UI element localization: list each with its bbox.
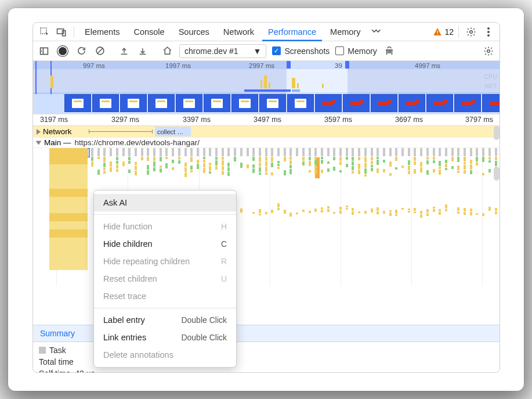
reload-icon[interactable]: [75, 45, 88, 57]
garbage-collect-icon[interactable]: [383, 45, 396, 57]
clear-icon[interactable]: [93, 45, 106, 57]
self-time-value: 42 μs: [75, 369, 95, 373]
tab-console[interactable]: Console: [128, 23, 170, 41]
task-name: Task: [49, 346, 66, 355]
ruler-tick: 3797 ms: [465, 116, 493, 124]
context-menu: Ask AI Hide functionH Hide childrenC Hid…: [93, 190, 237, 368]
network-track-header[interactable]: Network collect …: [33, 126, 500, 138]
issues-badge[interactable]: 12: [433, 27, 454, 37]
home-icon[interactable]: [161, 45, 173, 57]
menu-hide-repeating-children: Hide repeating childrenR: [94, 253, 236, 270]
inspect-element-icon[interactable]: [37, 24, 52, 39]
filmstrip-frame[interactable]: [120, 94, 147, 112]
screenshots-label: Screenshots: [284, 46, 330, 56]
perf-settings-gear-icon[interactable]: [482, 45, 495, 57]
filmstrip-frame[interactable]: [259, 94, 286, 112]
svg-rect-0: [41, 28, 46, 34]
ruler-tick: 3597 ms: [324, 116, 352, 124]
tab-performance[interactable]: Performance: [262, 23, 322, 41]
dropdown-caret-icon: ▼: [254, 46, 262, 56]
svg-point-5: [470, 30, 473, 33]
main-track-url: https://chrome.dev/devtools-hangar/: [75, 138, 200, 147]
total-time-label: Total time: [39, 357, 74, 366]
menu-reset-trace: Reset trace: [94, 287, 236, 305]
overview-handle-right[interactable]: [345, 61, 349, 69]
scrollbar-thumb[interactable]: [494, 167, 500, 181]
menu-label-entry[interactable]: Label entryDouble Click: [94, 311, 236, 329]
more-tabs-icon[interactable]: [368, 24, 383, 39]
issues-count: 12: [444, 27, 454, 37]
svg-point-8: [487, 34, 490, 37]
memory-checkbox[interactable]: Memory: [335, 46, 377, 56]
tab-memory[interactable]: Memory: [324, 23, 366, 41]
filmstrip-frame[interactable]: [148, 94, 175, 112]
svg-point-11: [487, 49, 490, 52]
svg-rect-3: [437, 31, 438, 33]
main-track-header[interactable]: Main — https://chrome.dev/devtools-hanga…: [33, 138, 500, 148]
overview-tick: 39: [335, 62, 342, 69]
ruler-tick: 3297 ms: [111, 116, 139, 124]
menu-ask-ai[interactable]: Ask AI: [94, 194, 236, 211]
filmstrip-frame[interactable]: [399, 94, 425, 112]
menu-hide-children[interactable]: Hide childrenC: [94, 235, 236, 253]
menu-reset-children: Reset childrenU: [94, 270, 236, 287]
svg-rect-4: [437, 34, 438, 34]
screenshots-checkbox[interactable]: ✓Screenshots: [272, 46, 330, 56]
ruler-tick: 3197 ms: [40, 116, 68, 124]
self-time-label: Self time: [39, 369, 70, 373]
ruler-tick: 3397 ms: [183, 116, 211, 124]
filmstrip-frame[interactable]: [204, 94, 230, 112]
recording-name: chrome.dev #1: [184, 46, 238, 56]
main-track-prefix: Main —: [44, 138, 71, 147]
ruler-tick: 3697 ms: [395, 116, 423, 124]
filmstrip-frame[interactable]: [454, 94, 481, 112]
memory-label: Memory: [348, 46, 377, 56]
scrollbar-thumb[interactable]: [494, 126, 500, 140]
filmstrip-frame[interactable]: [92, 94, 119, 112]
disclosure-triangle-icon: [36, 141, 42, 145]
filmstrip-frame[interactable]: [176, 94, 202, 112]
filmstrip[interactable]: [33, 94, 500, 114]
tab-elements[interactable]: Elements: [79, 23, 125, 41]
filmstrip-frame[interactable]: [482, 94, 500, 112]
tab-network[interactable]: Network: [218, 23, 260, 41]
network-request-pill[interactable]: collect …: [155, 127, 191, 136]
network-track-label: Network: [43, 127, 72, 136]
record-button[interactable]: [56, 45, 69, 57]
device-toggle-icon[interactable]: [54, 24, 69, 39]
filmstrip-frame[interactable]: [287, 94, 314, 112]
settings-gear-icon[interactable]: [464, 24, 479, 39]
disclosure-triangle-icon: [37, 129, 41, 135]
svg-point-7: [487, 31, 490, 33]
filmstrip-frame[interactable]: [343, 94, 370, 112]
filmstrip-frame[interactable]: [426, 94, 453, 112]
summary-tab[interactable]: Summary: [33, 329, 82, 338]
filmstrip-frame[interactable]: [315, 94, 342, 112]
filmstrip-frame[interactable]: [371, 94, 397, 112]
upload-icon[interactable]: [118, 45, 131, 57]
menu-delete-annotations: Delete annotations: [94, 346, 236, 364]
tab-sources[interactable]: Sources: [173, 23, 215, 41]
svg-point-6: [487, 27, 490, 30]
overview-handle-left[interactable]: [287, 61, 291, 69]
task-color-swatch: [39, 347, 46, 354]
menu-hide-function: Hide functionH: [94, 218, 236, 235]
recording-selector[interactable]: chrome.dev #1 ▼: [179, 44, 266, 58]
filmstrip-frame[interactable]: [231, 94, 258, 112]
filmstrip-frame[interactable]: [64, 94, 91, 112]
kebab-menu-icon[interactable]: [481, 24, 496, 39]
ruler-tick: 3497 ms: [254, 116, 281, 124]
timeline-overview[interactable]: 997 ms 1997 ms 2997 ms 39 4997 ms CPU NE…: [33, 61, 500, 114]
time-ruler[interactable]: 3197 ms 3297 ms 3397 ms 3497 ms 3597 ms …: [33, 114, 500, 126]
download-icon[interactable]: [136, 45, 149, 57]
toggle-drawer-icon[interactable]: [38, 45, 50, 57]
menu-link-entries[interactable]: Link entriesDouble Click: [94, 329, 236, 346]
